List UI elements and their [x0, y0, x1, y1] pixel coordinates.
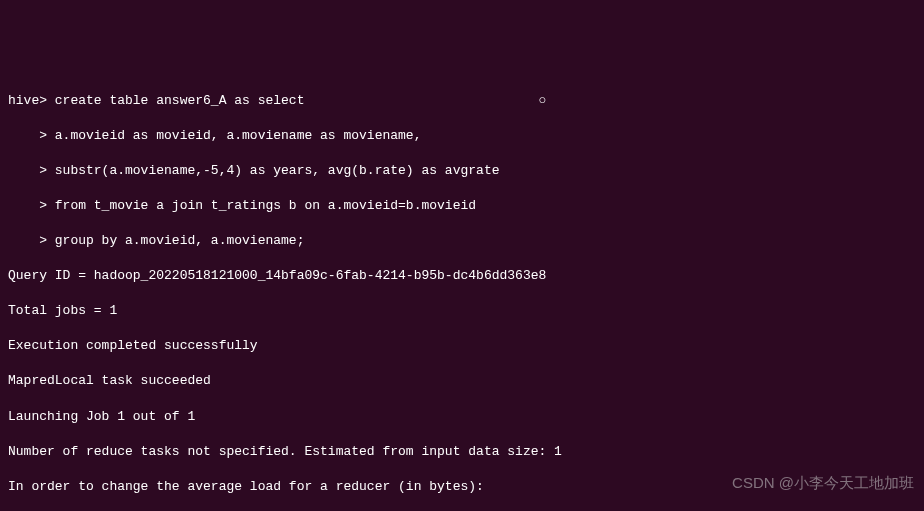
terminal-line: > substr(a.moviename,-5,4) as years, avg… [8, 162, 916, 180]
terminal-line: > group by a.movieid, a.moviename; [8, 232, 916, 250]
terminal-line: Total jobs = 1 [8, 302, 916, 320]
terminal-line: Launching Job 1 out of 1 [8, 408, 916, 426]
terminal-line: Query ID = hadoop_20220518121000_14bfa09… [8, 267, 916, 285]
terminal-line: > from t_movie a join t_ratings b on a.m… [8, 197, 916, 215]
terminal-line: MapredLocal task succeeded [8, 372, 916, 390]
terminal-line: Execution completed successfully [8, 337, 916, 355]
terminal-line: hive> create table answer6_A as select ○ [8, 92, 916, 110]
terminal-line: > a.movieid as movieid, a.moviename as m… [8, 127, 916, 145]
watermark-text: CSDN @小李今天工地加班 [732, 473, 914, 493]
terminal-line: Number of reduce tasks not specified. Es… [8, 443, 916, 461]
terminal-output[interactable]: hive> create table answer6_A as select ○… [8, 74, 916, 511]
